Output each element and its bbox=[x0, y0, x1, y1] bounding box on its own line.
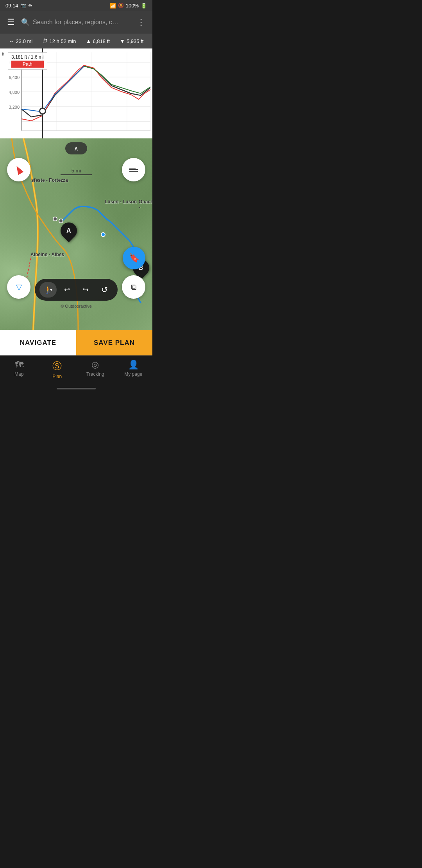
bookmark-icon: 🔖 bbox=[129, 253, 139, 263]
duration-value: 12 h 52 min bbox=[49, 38, 76, 44]
reset-icon: ↺ bbox=[101, 285, 108, 294]
distance-icon: ↔ bbox=[9, 38, 14, 44]
elevation-tooltip: 3,181 ft / 1.6 mi Path bbox=[8, 52, 47, 70]
redo-button[interactable]: ↪ bbox=[77, 282, 94, 298]
more-icon: ⋮ bbox=[137, 17, 145, 27]
layers-button[interactable]: ⧉ bbox=[122, 275, 145, 299]
duration-stat: ⏱ 12 h 52 min bbox=[42, 38, 76, 44]
map-toolbar: 🚶 ▾ ↩ ↪ ↺ bbox=[35, 279, 118, 301]
status-right: 📶 🔕 100% 🔋 bbox=[110, 3, 147, 9]
time-display: 09:14 bbox=[5, 3, 18, 9]
waypoint-a[interactable]: A bbox=[61, 222, 77, 239]
collapse-chart-button[interactable]: ∧ bbox=[65, 142, 87, 154]
path-badge: Path bbox=[11, 61, 44, 68]
hamburger-button[interactable]: ☰ bbox=[5, 15, 17, 30]
layers-icon: ⧉ bbox=[131, 283, 136, 292]
legend-icon bbox=[129, 167, 138, 172]
top-bar: ☰ 🔍 Search for places, regions, c… ⋮ bbox=[0, 11, 152, 34]
undo-icon: ↩ bbox=[64, 285, 70, 294]
map-label-albeins: Albeins - Albes bbox=[30, 252, 64, 257]
map-nav-label: Map bbox=[14, 371, 23, 377]
map-label-lusen: Lüsen - Luson bbox=[105, 199, 137, 204]
elevation-loss-stat: ▼ 5,935 ft bbox=[120, 38, 143, 44]
tracking-nav-icon: ◎ bbox=[91, 360, 99, 370]
search-placeholder: Search for places, regions, c… bbox=[33, 19, 131, 26]
ascent-icon: ▲ bbox=[86, 38, 91, 44]
plan-nav-label: Plan bbox=[52, 374, 62, 379]
location-icon: 🔕 bbox=[118, 3, 124, 8]
descent-icon: ▼ bbox=[120, 38, 125, 44]
scale-text: 5 mi bbox=[61, 168, 92, 174]
map-label-onach: Onach - bbox=[139, 199, 152, 210]
mode-chevron: ▾ bbox=[50, 287, 52, 292]
search-icon: 🔍 bbox=[21, 18, 30, 27]
compass-needle bbox=[14, 164, 24, 175]
route-dot-blue bbox=[101, 232, 106, 237]
redo-icon: ↪ bbox=[83, 285, 89, 294]
hamburger-icon: ☰ bbox=[7, 17, 15, 27]
walk-mode-button[interactable]: 🚶 ▾ bbox=[39, 282, 57, 298]
legend-button[interactable] bbox=[122, 158, 145, 181]
save-plan-button[interactable]: SAVE PLAN bbox=[76, 330, 152, 355]
wifi-icon: 📶 bbox=[110, 3, 116, 9]
battery-icon: 🔋 bbox=[141, 3, 147, 9]
map-copyright: © Outdooractive bbox=[61, 304, 92, 308]
signal-button[interactable]: ▽ bbox=[7, 275, 30, 299]
nav-plan[interactable]: Ⓢ Plan bbox=[38, 360, 77, 379]
calendar-icon: 📷 bbox=[20, 3, 26, 8]
map-scale: 5 mi bbox=[61, 168, 92, 175]
map-label-fortezza: sfeste - Fortezza bbox=[31, 178, 68, 183]
nav-mypage[interactable]: 👤 My page bbox=[114, 360, 153, 377]
compass-button[interactable] bbox=[7, 158, 30, 181]
stats-bar: ↔ 23.0 mi ⏱ 12 h 52 min ▲ 6,818 ft ▼ 5,9… bbox=[0, 34, 152, 48]
distance-value: 23.0 mi bbox=[16, 38, 33, 44]
elevation-gain-stat: ▲ 6,818 ft bbox=[86, 38, 110, 44]
more-options-button[interactable]: ⋮ bbox=[134, 15, 148, 30]
navigate-button[interactable]: NAVIGATE bbox=[0, 330, 76, 355]
mypage-nav-label: My page bbox=[124, 371, 142, 377]
bottom-nav: 🗺 Map Ⓢ Plan ◎ Tracking 👤 My page bbox=[0, 355, 152, 385]
undo-button[interactable]: ↩ bbox=[58, 282, 75, 298]
tooltip-position: 3,181 ft / 1.6 mi bbox=[11, 54, 44, 60]
home-indicator-area bbox=[0, 385, 152, 393]
waypoint-a-marker: A bbox=[57, 219, 80, 242]
plan-nav-icon: Ⓢ bbox=[52, 360, 62, 372]
home-indicator bbox=[57, 388, 96, 389]
reset-button[interactable]: ↺ bbox=[96, 282, 113, 298]
elevation-gain-value: 6,818 ft bbox=[93, 38, 110, 44]
nav-tracking[interactable]: ◎ Tracking bbox=[76, 360, 114, 377]
route-dot-1 bbox=[53, 217, 57, 221]
elevation-chart[interactable]: 3,181 ft / 1.6 mi Path ft 8,000 6,400 4,… bbox=[0, 48, 152, 138]
map-section[interactable]: ∧ 5 mi sfeste - Fortezza Lüsen - Luson O… bbox=[0, 138, 152, 330]
status-bar: 09:14 📷 ⊖ 📶 🔕 100% 🔋 bbox=[0, 0, 152, 11]
cursor-dot bbox=[39, 108, 46, 115]
mypage-nav-icon: 👤 bbox=[128, 360, 139, 370]
tracking-nav-label: Tracking bbox=[86, 371, 104, 377]
status-left: 09:14 📷 ⊖ bbox=[5, 3, 32, 9]
battery-text: 100% bbox=[126, 3, 139, 9]
bookmark-fab-button[interactable]: 🔖 bbox=[123, 247, 145, 269]
time-icon: ⏱ bbox=[42, 38, 48, 44]
map-nav-icon: 🗺 bbox=[15, 360, 23, 370]
action-buttons: NAVIGATE SAVE PLAN bbox=[0, 330, 152, 355]
distance-stat: ↔ 23.0 mi bbox=[9, 38, 33, 44]
elevation-loss-value: 5,935 ft bbox=[127, 38, 143, 44]
search-area[interactable]: 🔍 Search for places, regions, c… bbox=[21, 18, 131, 27]
signal-icon: ▽ bbox=[16, 282, 22, 292]
nav-map[interactable]: 🗺 Map bbox=[0, 360, 38, 377]
dnd-icon: ⊖ bbox=[28, 3, 32, 8]
scale-bar bbox=[61, 174, 92, 175]
